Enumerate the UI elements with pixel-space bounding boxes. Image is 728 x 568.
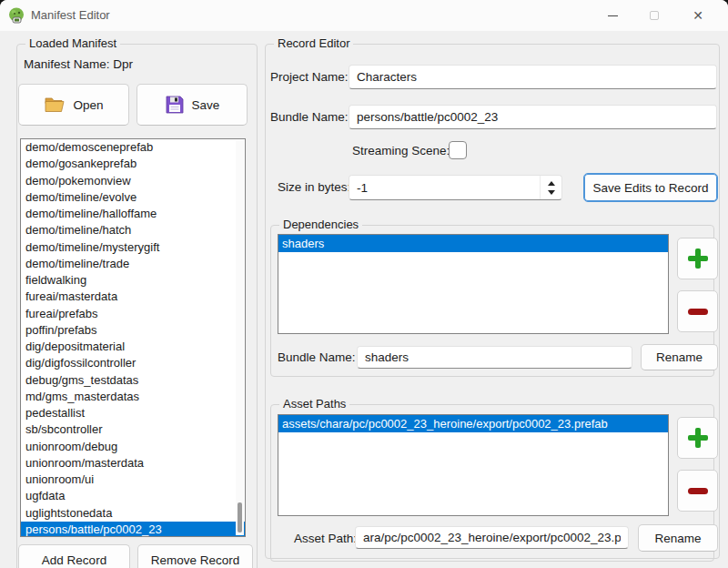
open-button[interactable]: Open	[18, 84, 129, 126]
list-item[interactable]: ugfdata	[21, 488, 245, 504]
remove-dependency-button[interactable]	[677, 290, 718, 332]
list-item[interactable]: dig/digfossilcontroller	[21, 355, 245, 371]
titlebar: Manifest Editor ✕	[0, 0, 728, 31]
save-edits-button[interactable]: Save Edits to Record	[583, 173, 718, 202]
minimize-icon	[608, 15, 618, 16]
plus-icon	[688, 248, 708, 269]
rename-asset-path-label: Rename	[654, 532, 701, 545]
streaming-scene-checkbox[interactable]	[449, 141, 467, 159]
maximize-button[interactable]	[633, 0, 675, 31]
add-record-button[interactable]: Add Record	[18, 544, 130, 568]
list-item[interactable]: uglightstonedata	[21, 505, 245, 522]
list-item[interactable]: demo/timeline/mysterygift	[21, 239, 245, 256]
dependencies-list[interactable]: shaders	[278, 234, 669, 334]
list-item[interactable]: fureai/prefabs	[21, 306, 245, 322]
remove-asset-path-button[interactable]	[677, 470, 718, 512]
save-floppy-icon	[165, 95, 185, 115]
list-item[interactable]: pedestallist	[21, 405, 245, 421]
asset-paths-group-label: Asset Paths	[279, 397, 349, 411]
rename-dependency-button[interactable]: Rename	[641, 344, 718, 370]
list-item[interactable]: unionroom/debug	[21, 439, 245, 455]
minus-icon	[688, 488, 708, 494]
minus-icon	[688, 309, 708, 315]
list-item[interactable]: shaders	[278, 235, 668, 252]
list-item[interactable]: fureai/masterdata	[21, 289, 245, 305]
maximize-icon	[650, 11, 659, 20]
list-item[interactable]: unionroom/masterdata	[21, 455, 245, 472]
plus-icon	[688, 428, 708, 448]
window-title: Manifest Editor	[31, 8, 110, 22]
list-item[interactable]: unionroom/ui	[21, 472, 245, 488]
scrollbar-thumb[interactable]	[238, 502, 242, 532]
list-item[interactable]: demo/timeline/halloffame	[21, 206, 245, 222]
record-editor-group-label: Record Editor	[274, 36, 353, 50]
close-button[interactable]: ✕	[675, 0, 721, 31]
rename-asset-path-button[interactable]: Rename	[638, 524, 718, 552]
list-item[interactable]: md/gms_masterdatas	[21, 389, 245, 405]
list-item[interactable]: sb/sbcontroller	[21, 421, 245, 438]
manifest-editor-window: Manifest Editor ✕ Loaded Manifest Manife…	[0, 0, 728, 568]
add-dependency-button[interactable]	[677, 238, 718, 279]
asset-path-input[interactable]	[355, 526, 629, 549]
dependency-bundle-name-label: Bundle Name:	[278, 350, 356, 364]
size-in-bytes-input[interactable]	[349, 176, 540, 199]
manifest-name-label: Manifest Name: Dpr	[24, 57, 133, 71]
rename-dependency-label: Rename	[656, 350, 703, 364]
dependency-bundle-name-input[interactable]	[357, 346, 632, 369]
remove-record-button[interactable]: Remove Record	[137, 544, 253, 568]
loaded-manifest-group-label: Loaded Manifest	[25, 36, 120, 50]
list-item[interactable]: demo/timeline/evolve	[21, 189, 245, 206]
bundle-name-label: Bundle Name:	[270, 110, 349, 124]
spin-down-icon[interactable]	[548, 190, 555, 195]
size-in-bytes-label: Size in bytes:	[278, 180, 350, 194]
close-icon: ✕	[693, 8, 703, 23]
list-item[interactable]: demo/gosankeprefab	[21, 156, 245, 172]
open-folder-icon	[44, 96, 66, 114]
add-record-label: Add Record	[42, 553, 106, 567]
bundle-name-input[interactable]	[349, 105, 717, 129]
list-item[interactable]: demo/timeline/hatch	[21, 222, 245, 238]
project-name-input[interactable]	[349, 65, 717, 89]
dependencies-group-label: Dependencies	[279, 218, 362, 231]
save-edits-label: Save Edits to Record	[593, 181, 709, 195]
manifest-list[interactable]: demo/demosceneprefabdemo/gosankeprefabde…	[20, 138, 246, 537]
save-button-label: Save	[192, 98, 220, 112]
list-item[interactable]: poffin/prefabs	[21, 322, 245, 339]
list-item[interactable]: assets/chara/pc/pc0002_23_heroine/export…	[278, 415, 668, 432]
asset-path-label: Asset Path:	[294, 532, 357, 545]
open-button-label: Open	[73, 98, 103, 112]
asset-paths-list[interactable]: assets/chara/pc/pc0002_23_heroine/export…	[278, 414, 669, 516]
spinner-arrows[interactable]	[540, 176, 561, 199]
list-item[interactable]: demo/pokemonview	[21, 173, 245, 189]
project-name-label: Project Name:	[270, 70, 349, 84]
remove-record-label: Remove Record	[151, 553, 240, 567]
spin-up-icon[interactable]	[548, 181, 555, 186]
list-item[interactable]: demo/timeline/trade	[21, 256, 245, 272]
manifest-list-scrollbar[interactable]	[236, 140, 244, 535]
minimize-button[interactable]	[592, 0, 633, 31]
list-item[interactable]: demo/demosceneprefab	[21, 139, 245, 156]
list-item[interactable]: dig/depositmaterial	[21, 339, 245, 355]
list-item[interactable]: fieldwalking	[21, 272, 245, 289]
list-item[interactable]: persons/battle/pc0002_23	[21, 522, 245, 537]
streaming-scene-label: Streaming Scene:	[352, 144, 450, 157]
list-item[interactable]: debug/gms_testdatas	[21, 372, 245, 389]
save-button[interactable]: Save	[136, 84, 248, 126]
app-icon	[7, 6, 25, 25]
add-asset-path-button[interactable]	[677, 417, 718, 459]
size-in-bytes-spinner[interactable]	[349, 175, 562, 200]
